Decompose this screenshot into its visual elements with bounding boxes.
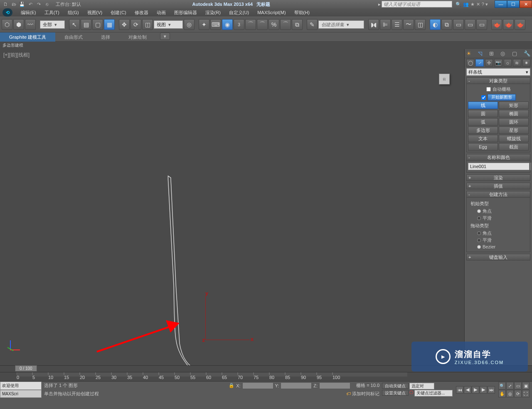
teapot1-icon[interactable]: 🫖 <box>491 19 502 30</box>
hierarchy-icon[interactable]: ⊞ <box>489 50 494 57</box>
render-iter-icon[interactable]: ▭ <box>476 19 487 30</box>
ribbon-tab-2[interactable]: 选择 <box>92 32 119 42</box>
pivot-icon[interactable]: ◎ <box>184 19 195 30</box>
prev-frame-icon[interactable]: ◀ <box>464 386 471 394</box>
teapot2-icon[interactable]: 🫖 <box>503 19 514 30</box>
move-icon[interactable]: ✥ <box>119 19 130 30</box>
spinner-snap-icon[interactable]: ⌒ <box>257 19 268 30</box>
edged-faces-icon[interactable]: ⧉ <box>292 19 303 30</box>
search-icon[interactable]: 🔍 <box>456 2 461 7</box>
motion-icon[interactable]: ◎ <box>500 50 505 57</box>
shape-btn-多边形[interactable]: 多边形 <box>468 126 498 134</box>
add-time-tag-label[interactable]: 添加时间标记 <box>352 391 379 397</box>
ribbon-tab-0[interactable]: Graphite 建模工具 <box>0 32 55 42</box>
new-icon[interactable]: 🗋 <box>2 1 9 7</box>
maximize-button[interactable]: ☐ <box>507 0 520 8</box>
nav-region-icon[interactable]: ▣ <box>522 382 530 389</box>
selection-filter-combo[interactable]: 全部▾ <box>40 20 65 29</box>
exchange-icon[interactable]: ✕ <box>476 2 480 7</box>
plane-icon[interactable]: ◹ <box>478 50 482 57</box>
nav-walk-icon[interactable]: ◎ <box>506 390 514 397</box>
key-filter-combo[interactable]: 关键点过滤器... <box>414 390 453 397</box>
viewport[interactable]: [+][前][线框] 前 y x z <box>0 49 465 365</box>
keyboard-rollout-header[interactable]: +键盘输入 <box>466 254 530 260</box>
menu-MAXScript(M)[interactable]: MAXScript(M) <box>253 8 290 17</box>
ribbon-tab-1[interactable]: 自由形式 <box>55 32 92 42</box>
menu-动画[interactable]: 动画 <box>153 8 170 17</box>
select-region-rect-icon[interactable]: ▢ <box>92 19 103 30</box>
percent-snap-icon[interactable]: ⌒ <box>245 19 256 30</box>
undo-icon[interactable]: ↶ <box>27 1 34 7</box>
shape-btn-矩形[interactable]: 矩形 <box>499 102 529 109</box>
object-name-input[interactable] <box>468 163 530 170</box>
nav-orbit-icon[interactable]: ⟳ <box>514 390 522 397</box>
menu-图形编辑器[interactable]: 图形编辑器 <box>170 8 201 17</box>
help-dropdown-icon[interactable]: ? ▾ <box>482 2 488 7</box>
start-new-shape-checkbox[interactable] <box>481 95 486 100</box>
shape-btn-圆[interactable]: 圆 <box>468 110 498 117</box>
goto-start-icon[interactable]: ⏮ <box>456 386 463 394</box>
drag-smooth-radio[interactable]: 平滑 <box>470 237 526 244</box>
nav-fov-icon[interactable]: ▭ <box>514 382 522 389</box>
ribbon-sub-label[interactable]: 多边形建模 <box>0 42 532 49</box>
mirror-icon[interactable]: ◗◖ <box>368 19 379 30</box>
display-icon[interactable]: ▢ <box>512 50 517 57</box>
menu-组(G)[interactable]: 组(G) <box>64 8 83 17</box>
select-manip-icon[interactable]: ✦ <box>199 19 209 30</box>
nav-zoom-icon[interactable]: 🔍 <box>498 382 506 389</box>
link-icon[interactable]: ⎋ <box>43 1 51 7</box>
menu-工具(T)[interactable]: 工具(T) <box>40 8 64 17</box>
teapot3-icon[interactable]: 🫖 <box>515 19 525 30</box>
shape-btn-椭圆[interactable]: 椭圆 <box>499 110 529 117</box>
align-icon[interactable]: ⊫ <box>380 19 391 30</box>
comm-icon[interactable]: 👥 <box>463 2 469 7</box>
link-icon[interactable]: ⬡ <box>2 19 12 30</box>
rotate-icon[interactable]: ⟳ <box>131 19 141 30</box>
shape-btn-螺旋线[interactable]: 螺旋线 <box>499 135 529 142</box>
initial-corner-radio[interactable]: 角点 <box>470 208 526 215</box>
keyboard-shortcut-icon[interactable]: ⌨ <box>210 19 221 30</box>
workspace-label[interactable]: 工作台: 默认 <box>52 1 84 7</box>
favorite-icon[interactable]: ★ <box>470 2 475 7</box>
set-key-button[interactable]: 设置关键点 <box>382 390 409 396</box>
render-rollout-header[interactable]: +渲染 <box>466 174 530 181</box>
method-rollout-header[interactable]: -创建方法 <box>466 191 530 198</box>
maxscript-label[interactable]: MAXScri <box>0 390 42 398</box>
next-frame-icon[interactable]: ▶ <box>480 386 487 394</box>
object-color-swatch[interactable] <box>530 163 531 170</box>
save-icon[interactable]: 💾 <box>18 1 26 7</box>
spline-category-combo[interactable]: 样条线▾ <box>466 68 530 76</box>
help-search-input[interactable] <box>382 1 452 7</box>
menu-修改器[interactable]: 修改器 <box>131 8 153 17</box>
shapes-tab-icon[interactable]: ⟋ <box>475 59 483 67</box>
ribbon-collapse-icon[interactable]: ▾ <box>160 32 170 40</box>
menu-帮助(H)[interactable]: 帮助(H) <box>290 8 314 17</box>
menu-自定义(U)[interactable]: 自定义(U) <box>225 8 253 17</box>
render-prod-icon[interactable]: ▭ <box>465 19 475 30</box>
goto-end-icon[interactable]: ⏭ <box>488 386 495 394</box>
shape-btn-圆环[interactable]: 圆环 <box>499 118 529 126</box>
scale-icon[interactable]: ◫ <box>142 19 153 30</box>
shape-btn-文本[interactable]: 文本 <box>468 135 498 142</box>
drag-bezier-radio[interactable]: Bezier <box>470 244 526 250</box>
angle-snap-icon[interactable]: 3 <box>234 19 244 30</box>
curve-editor-icon[interactable]: 〜 <box>403 19 414 30</box>
redo-icon[interactable]: ↷ <box>35 1 42 7</box>
play-icon[interactable]: ▶ <box>472 386 479 394</box>
auto-grid-checkbox[interactable] <box>486 87 491 92</box>
sun-icon[interactable]: ☀ <box>466 50 471 57</box>
named-selection-combo[interactable]: 创建选择集▾ <box>318 20 364 29</box>
systems-tab-icon[interactable]: ✷ <box>522 59 530 67</box>
lights-tab-icon[interactable]: ✢ <box>485 59 493 67</box>
track-bar[interactable]: 0510152025303540455055606570758085909510… <box>0 372 532 381</box>
initial-smooth-radio[interactable]: 平滑 <box>470 215 526 222</box>
menu-创建(C)[interactable]: 创建(C) <box>106 8 130 17</box>
cameras-tab-icon[interactable]: 📷 <box>494 59 502 67</box>
nav-pan-icon[interactable]: ✋ <box>498 390 506 397</box>
spacewarps-tab-icon[interactable]: ≋ <box>513 59 521 67</box>
key-icon[interactable]: ⎔ <box>409 390 414 397</box>
material-editor-icon[interactable]: ◐ <box>430 19 441 30</box>
spinner-icon[interactable]: ⌒ <box>280 19 291 30</box>
close-button[interactable]: ✕ <box>520 0 532 8</box>
ref-coord-combo[interactable]: 视图▾ <box>154 20 183 29</box>
